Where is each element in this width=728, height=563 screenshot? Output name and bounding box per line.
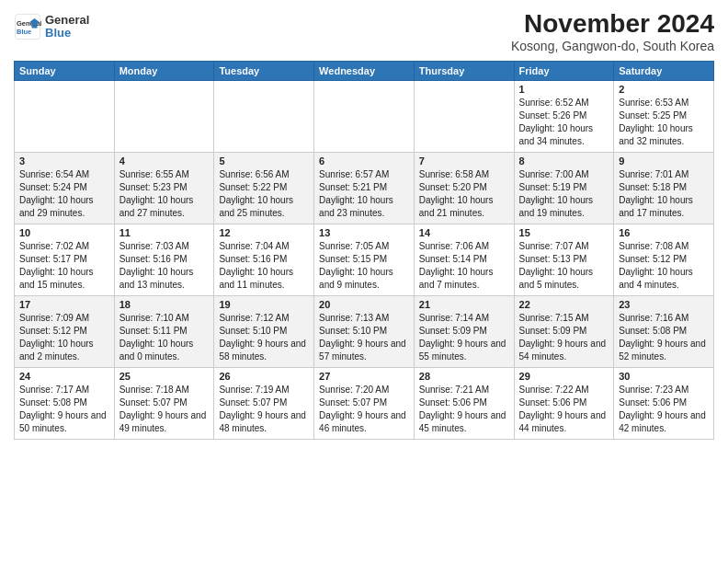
day-number: 16 [619,227,709,238]
calendar-cell: 30Sunrise: 7:23 AMSunset: 5:06 PMDayligh… [614,368,714,440]
day-info-line: Sunset: 5:13 PM [519,253,609,266]
day-info: Sunrise: 7:12 AMSunset: 5:10 PMDaylight:… [219,312,309,363]
calendar-cell [314,81,415,153]
day-info-line: Sunrise: 7:00 AM [519,168,609,181]
logo-icon: General Blue [14,13,41,40]
day-info-line: Daylight: 9 hours and 42 minutes. [619,409,709,435]
day-info: Sunrise: 7:10 AMSunset: 5:11 PMDaylight:… [119,312,210,363]
day-info-line: Sunrise: 6:53 AM [619,97,709,109]
header: General Blue General Blue November 2024 … [14,9,714,53]
day-info-line: Sunrise: 6:57 AM [319,168,409,181]
day-info-line: Sunrise: 7:20 AM [319,384,409,396]
day-number: 30 [619,371,709,382]
day-info-line: Daylight: 9 hours and 57 minutes. [319,338,409,363]
logo: General Blue General Blue [14,13,89,40]
calendar-cell: 29Sunrise: 7:22 AMSunset: 5:06 PMDayligh… [514,368,614,440]
day-info-line: Sunset: 5:26 PM [519,109,609,122]
day-info-line: Daylight: 9 hours and 58 minutes. [219,338,309,363]
calendar-cell: 11Sunrise: 7:03 AMSunset: 5:16 PMDayligh… [114,224,214,296]
day-info-line: Sunrise: 6:55 AM [119,168,210,181]
day-info-line: Sunrise: 7:21 AM [419,384,509,396]
day-info-line: Daylight: 10 hours and 9 minutes. [319,266,409,292]
day-info-line: Sunset: 5:11 PM [119,325,210,338]
day-number: 18 [119,299,210,310]
day-info: Sunrise: 7:15 AMSunset: 5:09 PMDaylight:… [519,312,609,363]
day-info: Sunrise: 7:14 AMSunset: 5:09 PMDaylight:… [419,312,509,363]
day-number: 13 [319,227,409,238]
day-info-line: Daylight: 10 hours and 23 minutes. [319,194,409,220]
day-info: Sunrise: 6:58 AMSunset: 5:20 PMDaylight:… [419,168,509,220]
weekday-header-friday: Friday [514,62,614,81]
day-info: Sunrise: 6:54 AMSunset: 5:24 PMDaylight:… [19,168,109,220]
day-number: 17 [19,299,109,310]
day-number: 15 [519,227,609,238]
day-number: 6 [319,155,409,167]
day-info-line: Sunset: 5:10 PM [319,325,409,338]
calendar-cell: 14Sunrise: 7:06 AMSunset: 5:14 PMDayligh… [414,224,514,296]
day-info: Sunrise: 7:00 AMSunset: 5:19 PMDaylight:… [519,168,609,220]
day-number: 28 [419,371,509,382]
day-info-line: Sunset: 5:16 PM [119,253,210,266]
day-info-line: Sunset: 5:23 PM [119,181,210,194]
day-info-line: Daylight: 10 hours and 27 minutes. [119,194,210,220]
day-number: 10 [19,227,109,238]
day-info-line: Sunrise: 7:03 AM [119,240,210,253]
day-info: Sunrise: 7:13 AMSunset: 5:10 PMDaylight:… [319,312,409,363]
day-number: 4 [119,155,210,167]
day-info-line: Sunrise: 6:58 AM [419,168,509,181]
calendar-cell: 4Sunrise: 6:55 AMSunset: 5:23 PMDaylight… [114,153,214,224]
calendar-week-0: 1Sunrise: 6:52 AMSunset: 5:26 PMDaylight… [15,81,714,153]
calendar-header: SundayMondayTuesdayWednesdayThursdayFrid… [15,62,714,81]
day-info: Sunrise: 6:56 AMSunset: 5:22 PMDaylight:… [219,168,309,220]
day-info-line: Sunset: 5:07 PM [119,396,210,409]
calendar-cell: 26Sunrise: 7:19 AMSunset: 5:07 PMDayligh… [214,368,314,440]
day-info-line: Sunrise: 7:09 AM [19,312,109,325]
page-subtitle: Kosong, Gangwon-do, South Korea [511,39,714,53]
calendar-cell: 19Sunrise: 7:12 AMSunset: 5:10 PMDayligh… [214,296,314,368]
day-number: 26 [219,371,309,382]
day-info-line: Daylight: 9 hours and 48 minutes. [219,409,309,435]
day-info-line: Sunrise: 7:22 AM [519,384,609,396]
calendar-cell: 8Sunrise: 7:00 AMSunset: 5:19 PMDaylight… [514,153,614,224]
day-info-line: Sunset: 5:20 PM [419,181,509,194]
calendar-cell: 6Sunrise: 6:57 AMSunset: 5:21 PMDaylight… [314,153,415,224]
day-number: 27 [319,371,409,382]
calendar-cell: 22Sunrise: 7:15 AMSunset: 5:09 PMDayligh… [514,296,614,368]
day-info: Sunrise: 7:04 AMSunset: 5:16 PMDaylight:… [219,240,309,292]
day-info: Sunrise: 7:09 AMSunset: 5:12 PMDaylight:… [19,312,109,363]
day-number: 21 [419,299,509,310]
day-info: Sunrise: 7:07 AMSunset: 5:13 PMDaylight:… [519,240,609,292]
day-info: Sunrise: 7:23 AMSunset: 5:06 PMDaylight:… [619,384,709,435]
day-info-line: Sunrise: 7:07 AM [519,240,609,253]
day-info-line: Daylight: 9 hours and 49 minutes. [119,409,210,435]
calendar-week-3: 17Sunrise: 7:09 AMSunset: 5:12 PMDayligh… [15,296,714,368]
day-info-line: Sunset: 5:12 PM [19,325,109,338]
day-info-line: Sunrise: 7:15 AM [519,312,609,325]
day-number: 3 [19,155,109,167]
day-info: Sunrise: 7:21 AMSunset: 5:06 PMDaylight:… [419,384,509,435]
day-info-line: Sunset: 5:15 PM [319,253,409,266]
day-number: 23 [619,299,709,310]
day-number: 1 [519,84,609,95]
calendar-cell: 23Sunrise: 7:16 AMSunset: 5:08 PMDayligh… [614,296,714,368]
day-info-line: Sunrise: 7:10 AM [119,312,210,325]
day-info-line: Sunset: 5:06 PM [419,396,509,409]
day-info: Sunrise: 7:20 AMSunset: 5:07 PMDaylight:… [319,384,409,435]
calendar-cell: 10Sunrise: 7:02 AMSunset: 5:17 PMDayligh… [15,224,115,296]
calendar-cell: 5Sunrise: 6:56 AMSunset: 5:22 PMDaylight… [214,153,314,224]
day-info-line: Daylight: 10 hours and 5 minutes. [519,266,609,292]
day-info: Sunrise: 7:22 AMSunset: 5:06 PMDaylight:… [519,384,609,435]
calendar-cell [15,81,115,153]
day-info-line: Sunset: 5:24 PM [19,181,109,194]
day-info-line: Sunset: 5:14 PM [419,253,509,266]
day-info-line: Daylight: 10 hours and 4 minutes. [619,266,709,292]
day-info-line: Sunset: 5:12 PM [619,253,709,266]
day-info: Sunrise: 6:55 AMSunset: 5:23 PMDaylight:… [119,168,210,220]
calendar-cell: 7Sunrise: 6:58 AMSunset: 5:20 PMDaylight… [414,153,514,224]
calendar-cell: 18Sunrise: 7:10 AMSunset: 5:11 PMDayligh… [114,296,214,368]
weekday-header-sunday: Sunday [15,62,115,81]
day-info: Sunrise: 7:17 AMSunset: 5:08 PMDaylight:… [19,384,109,435]
day-info-line: Sunrise: 7:23 AM [619,384,709,396]
day-info-line: Sunset: 5:09 PM [519,325,609,338]
calendar-cell: 24Sunrise: 7:17 AMSunset: 5:08 PMDayligh… [15,368,115,440]
